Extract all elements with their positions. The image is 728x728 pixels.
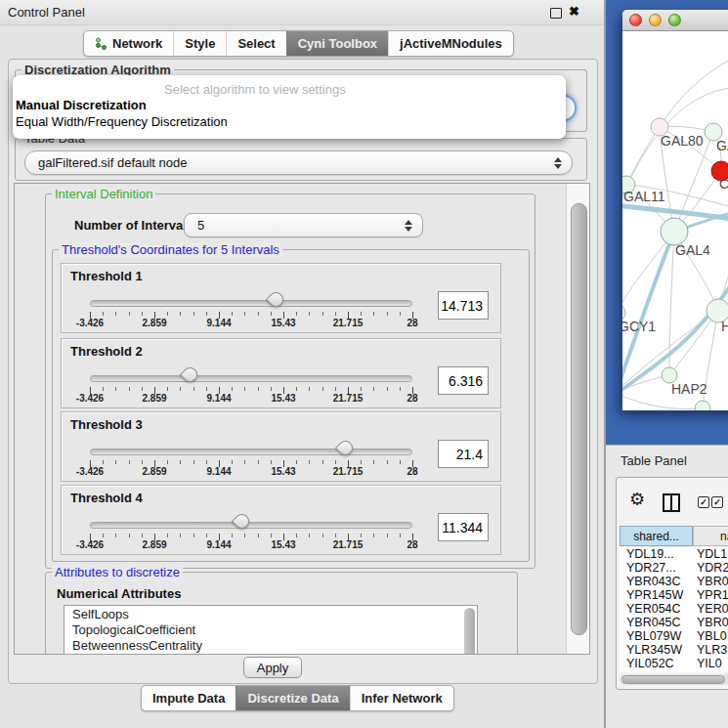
slider-tick — [129, 312, 130, 316]
checkbox-icon[interactable]: ✓ — [698, 496, 709, 508]
column-header-name[interactable]: na — [693, 526, 728, 546]
network-window-titlebar[interactable] — [622, 10, 728, 31]
tab-select[interactable]: Select — [226, 31, 285, 56]
slider-tick — [271, 460, 272, 464]
algorithm-dropdown-popup: Select algorithm to view settings Manual… — [13, 75, 566, 139]
slider-tick — [232, 312, 233, 316]
network-node[interactable] — [661, 218, 688, 245]
slider-tick — [244, 460, 245, 464]
table-data-group: Table Data galFiltered.sif default node — [15, 138, 587, 181]
float-window-icon[interactable] — [550, 8, 562, 19]
network-node-label: GAL80 — [661, 133, 704, 149]
tab-jactivemnodules[interactable]: jActiveMNodules — [388, 31, 513, 56]
slider-tick-label: 9.144 — [187, 539, 251, 550]
minimize-traffic-light-icon[interactable] — [649, 14, 662, 26]
slider-tick — [232, 534, 233, 537]
network-icon — [95, 37, 107, 50]
number-of-intervals-combobox[interactable]: 5 — [184, 213, 423, 237]
tab-network[interactable]: Network — [84, 31, 173, 56]
mode-tab-infer-network[interactable]: Infer Network — [350, 686, 453, 710]
slider-tick-label: 28 — [380, 393, 445, 404]
apply-button[interactable]: Apply — [243, 657, 302, 678]
scrollbar-track[interactable] — [566, 184, 589, 654]
slider-tick — [271, 534, 272, 537]
attribute-list-item[interactable]: SelfLoops — [64, 606, 477, 621]
network-node-label: GCY1 — [622, 319, 656, 334]
tab-label: Cyni Toolbox — [298, 36, 377, 51]
zoom-traffic-light-icon[interactable] — [668, 14, 681, 26]
cell-name: YBR0 — [697, 616, 728, 629]
mode-tab-impute-data[interactable]: Impute Data — [142, 686, 236, 710]
threshold-label: Threshold 1 — [70, 269, 143, 283]
close-icon[interactable]: ✖ — [569, 4, 579, 20]
slider-track[interactable] — [90, 449, 412, 455]
threshold-value-field[interactable] — [438, 291, 489, 320]
slider-tick — [309, 534, 310, 537]
network-node-label: H — [721, 319, 728, 334]
threshold-value-field[interactable] — [438, 366, 489, 395]
numerical-attributes-list[interactable]: SelfLoopsTopologicalCoefficientBetweenne… — [64, 605, 478, 655]
threshold-value-field[interactable] — [438, 440, 489, 468]
cell-shared-name: YBL079W — [626, 629, 681, 643]
table-row[interactable]: YER054CYER0 — [620, 602, 728, 616]
column-header-shared-name[interactable]: shared... — [620, 526, 693, 546]
tab-style[interactable]: Style — [173, 31, 226, 56]
slider-tick — [322, 387, 323, 391]
table-row[interactable]: YBR043CYBR0 — [620, 575, 728, 588]
slider-tick — [258, 460, 259, 464]
slider-tick — [180, 387, 181, 391]
slider-tick — [244, 534, 245, 537]
cell-name: YPR1 — [697, 588, 728, 602]
close-traffic-light-icon[interactable] — [629, 14, 642, 26]
slider-track[interactable] — [90, 300, 412, 307]
network-graph[interactable]: GAL80GACGAL11GAL4GCY1HHAP2 — [622, 31, 728, 410]
gear-icon[interactable]: ⚙ — [629, 491, 645, 508]
table-row[interactable]: YDR27...YDR2 — [620, 561, 728, 575]
network-desktop: GAL80GACGAL11GAL4GCY1HHAP2 — [606, 0, 728, 445]
table-row[interactable]: YIL052CYIL0 — [620, 657, 728, 670]
slider-tick-label: 2.859 — [122, 393, 187, 404]
attribute-list-item[interactable]: BetweennessCentrality — [64, 637, 477, 653]
slider-track[interactable] — [90, 522, 412, 529]
network-canvas[interactable]: GAL80GACGAL11GAL4GCY1HHAP2 — [622, 31, 728, 410]
table-row[interactable]: YBL079WYBL0 — [620, 629, 728, 643]
cell-shared-name: YER054C — [626, 602, 681, 616]
tab-cyni-toolbox[interactable]: Cyni Toolbox — [286, 31, 388, 56]
slider-tick — [115, 312, 116, 316]
table-row[interactable]: YPR145WYPR1 — [620, 588, 728, 602]
thresholds-group: Threshold's Coordinates for 5 Intervals … — [52, 249, 530, 562]
scrollbar-thumb[interactable] — [571, 203, 587, 635]
table-row[interactable]: YLR345WYLR3 — [620, 643, 728, 657]
slider-track[interactable] — [90, 375, 412, 382]
threshold-panel: Threshold 3-3.4262.8599.14415.4321.71528 — [61, 411, 501, 482]
algorithm-option[interactable]: Equal Width/Frequency Discretization — [16, 114, 228, 129]
slider-tick — [296, 387, 297, 391]
table-row[interactable]: YBR045CYBR0 — [620, 616, 728, 629]
slider-tick — [400, 387, 401, 391]
slider-tick — [180, 460, 181, 464]
slider-tick-label: 9.144 — [187, 466, 251, 477]
cell-name: YER0 — [697, 602, 728, 616]
combo-arrows-icon — [554, 157, 562, 169]
threshold-value-field[interactable] — [438, 513, 489, 541]
attribute-list-item[interactable]: TopologicalCoefficient — [64, 621, 477, 637]
slider-tick-label: 21.715 — [316, 539, 380, 550]
bottom-tab-bar: Impute DataDiscretize DataInfer Network — [141, 685, 454, 711]
settings-scrollpane: Interval Definition Number of Intervals … — [14, 183, 590, 655]
slider-tick — [400, 312, 401, 316]
slider-tick — [335, 312, 336, 316]
horizontal-scrollbar[interactable] — [620, 674, 728, 685]
checkbox-icon[interactable]: ✓ — [711, 496, 723, 508]
threshold-label: Threshold 3 — [70, 417, 143, 432]
network-node[interactable] — [695, 401, 710, 410]
mode-tab-discretize-data[interactable]: Discretize Data — [236, 686, 349, 710]
network-view-window[interactable]: GAL80GACGAL11GAL4GCY1HHAP2 — [622, 10, 728, 410]
tab-label: Style — [185, 36, 215, 51]
table-row[interactable]: YDL19...YDL1 — [620, 547, 728, 561]
slider-tick — [115, 460, 116, 464]
slider-tick — [296, 312, 297, 316]
split-columns-icon[interactable] — [663, 493, 680, 512]
list-scrollbar[interactable] — [464, 608, 475, 655]
algorithm-option[interactable]: Manual Discretization — [16, 98, 147, 112]
table-data-combobox[interactable]: galFiltered.sif default node — [24, 150, 573, 175]
